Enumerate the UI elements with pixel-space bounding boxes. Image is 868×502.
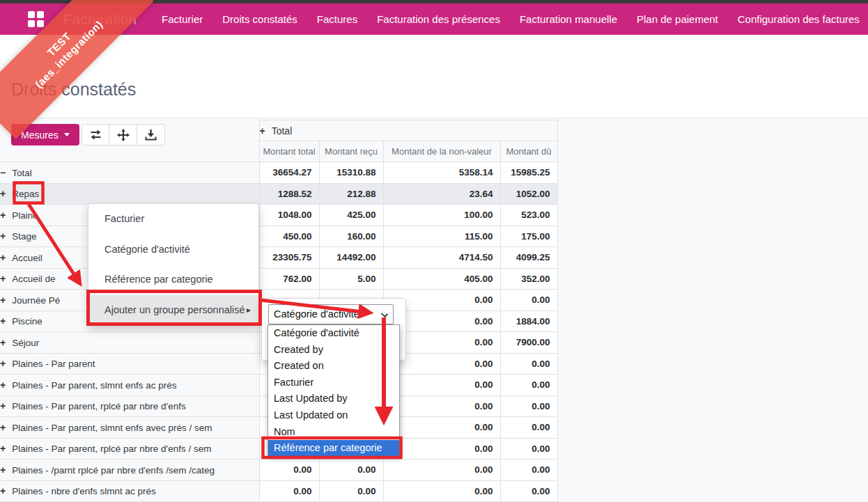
expand-plus-icon[interactable]: + (0, 188, 6, 199)
value-cell: 0.00 (500, 395, 557, 417)
nav-item[interactable]: Droits constatés (212, 3, 307, 35)
expand-plus-icon[interactable]: + (0, 485, 6, 496)
groupby-field-select[interactable]: Catégorie d'activité (268, 304, 394, 324)
measure-header[interactable]: Montant dû (500, 141, 557, 162)
groupby-field-listbox: Catégorie d'activitéCreated byCreated on… (268, 324, 400, 456)
menu-item[interactable]: Facturier (88, 204, 258, 235)
expand-plus-icon[interactable]: + (0, 379, 6, 391)
value-cell: 15310.88 (319, 162, 383, 184)
value-cell: 523.00 (500, 205, 557, 226)
nav-item[interactable]: Facturation manuelle (510, 3, 627, 35)
row-group-header[interactable]: +Plaines - nbre d'enfs slmnt ac prés (0, 480, 259, 502)
row-label: Plaines - Par parent, slmnt enfs avec pr… (12, 423, 212, 433)
menu-item[interactable]: Référence par categorie (88, 265, 258, 295)
expand-plus-icon[interactable]: + (0, 443, 6, 454)
expand-all-button[interactable] (109, 124, 137, 146)
value-cell: 115.00 (383, 226, 500, 247)
row-label: Accueil de (12, 274, 55, 284)
row-group-header[interactable]: −Total (0, 162, 259, 184)
table-row: +Plaine1048.00425.00100.00523.00 (0, 205, 557, 226)
table-row: +Plaines - nbre d'enfs slmnt ac prés0.00… (0, 480, 557, 502)
measure-header[interactable]: Montant reçu (319, 141, 383, 162)
caret-right-icon: ▸ (247, 295, 251, 326)
value-cell: 7900.00 (500, 332, 557, 354)
value-cell: 0.00 (500, 417, 557, 439)
measures-button-label: Mesures (21, 130, 59, 141)
groupby-context-menu: FacturierCatégorie d'activitéRéférence p… (88, 203, 259, 326)
nav-item[interactable]: Facturier (152, 3, 212, 35)
expand-plus-icon[interactable]: + (0, 252, 6, 263)
expand-plus-icon[interactable]: + (0, 315, 6, 327)
expand-plus-icon[interactable]: + (0, 422, 6, 433)
value-cell: 212.88 (319, 183, 383, 205)
value-cell: 1884.00 (500, 311, 557, 332)
expand-plus-icon[interactable]: + (0, 400, 6, 411)
row-label: Plaines - Par parent (12, 359, 95, 369)
value-cell: 0.00 (383, 438, 500, 460)
row-group-header[interactable]: +Plaines - Par parent, slmnt enfs ac pré… (0, 375, 259, 396)
expand-plus-icon[interactable]: + (0, 358, 6, 369)
row-label: Journée Pé (12, 295, 60, 306)
value-cell: 405.00 (383, 268, 500, 290)
row-label: Accueil (12, 253, 42, 263)
value-cell: 0.00 (500, 290, 557, 311)
value-cell: 352.00 (500, 268, 557, 290)
option[interactable]: Facturier (268, 375, 399, 391)
navbar-menu: FacturierDroits constatésFacturesFactura… (152, 3, 868, 35)
row-group-header[interactable]: +Plaines - Par parent, rplcé par nbre d'… (0, 438, 259, 460)
row-group-header[interactable]: +Plaines - Par parent, slmnt enfs avec p… (0, 417, 259, 439)
value-cell: 0.00 (259, 460, 319, 481)
apps-grid-icon[interactable] (28, 11, 44, 28)
expand-plus-icon[interactable]: + (0, 273, 6, 284)
option[interactable]: Nom (268, 424, 399, 441)
value-cell: 36654.27 (259, 162, 319, 184)
option[interactable]: Last Updated on (268, 407, 399, 424)
nav-item[interactable]: Configuration des factures (728, 3, 868, 35)
row-label: Piscine (12, 316, 42, 327)
row-label: Plaines - Par parent, slmnt enfs ac prés (12, 380, 176, 391)
measure-header[interactable]: Montant total (259, 141, 319, 162)
value-cell: 1288.52 (259, 183, 319, 205)
value-cell: 450.00 (259, 226, 319, 247)
value-cell: 15985.25 (500, 162, 557, 184)
row-label: Plaines - Par parent, rplcé par nbre d'e… (12, 401, 185, 411)
value-cell: 0.00 (500, 375, 557, 396)
menu-item-add-custom-group[interactable]: Ajouter un groupe personnalisé▸ (88, 295, 258, 326)
menu-item[interactable]: Catégorie d'activité (88, 235, 258, 265)
row-group-header[interactable]: +Plaines - Par parent, rplcé par nbre d'… (0, 395, 259, 417)
row-group-header[interactable]: +Séjour (0, 332, 259, 354)
nav-item[interactable]: Plan de paiement (627, 3, 728, 35)
column-group-header[interactable]: +Total (259, 120, 557, 141)
value-cell: 4714.50 (383, 247, 500, 269)
value-cell: 0.00 (500, 480, 557, 502)
expand-all-icon (117, 129, 130, 141)
nav-item[interactable]: Factures (307, 3, 367, 35)
expand-plus-icon[interactable]: + (0, 464, 6, 476)
table-row: +Repas1288.52212.8823.641052.00 (0, 183, 557, 205)
expand-plus-icon[interactable]: + (0, 210, 6, 221)
row-group-header[interactable]: +Plaines - Par parent (0, 353, 259, 375)
download-button[interactable] (137, 124, 165, 146)
option[interactable]: Created on (268, 358, 399, 375)
option[interactable]: Catégorie d'activité (268, 325, 399, 342)
option-selected[interactable]: Référence par categorie (268, 440, 399, 457)
expand-plus-icon[interactable]: + (0, 230, 6, 242)
flip-axis-button[interactable] (82, 124, 109, 146)
expand-minus-icon[interactable]: − (0, 167, 6, 178)
row-label: Total (12, 168, 32, 178)
value-cell: 0.00 (383, 375, 500, 396)
expand-plus-icon[interactable]: + (0, 295, 6, 306)
row-group-header[interactable]: +Plaines - /parnt rplcé par nbre d'enfs … (0, 460, 259, 481)
expand-plus-icon[interactable]: + (0, 337, 6, 348)
nav-item[interactable]: Facturation des présences (367, 3, 510, 35)
value-cell: 762.00 (259, 268, 319, 290)
option[interactable]: Created by (268, 342, 399, 359)
row-group-header[interactable]: +Repas (0, 183, 259, 205)
row-label: Stage (12, 231, 36, 242)
option[interactable]: Last Updated by (268, 391, 399, 407)
value-cell: 5.00 (319, 268, 383, 290)
value-cell: 0.00 (500, 438, 557, 460)
expand-plus-icon[interactable]: + (260, 125, 265, 136)
measure-header[interactable]: Montant de la non-valeur (383, 141, 500, 162)
column-group-label: Total (272, 125, 293, 136)
